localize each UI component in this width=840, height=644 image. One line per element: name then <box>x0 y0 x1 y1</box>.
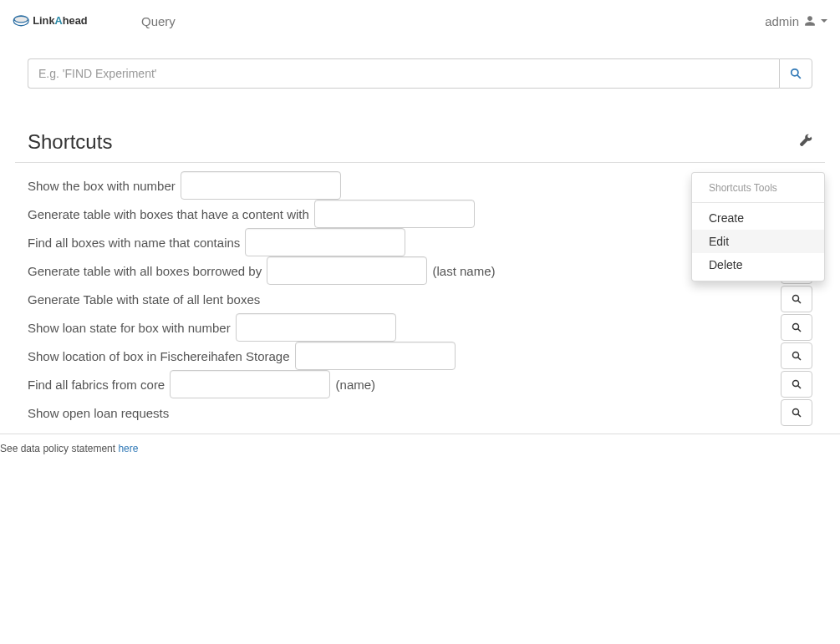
shortcut-row: Generate Table with state of all lent bo… <box>28 285 812 313</box>
svg-line-14 <box>798 386 802 389</box>
search-icon <box>790 68 802 79</box>
shortcut-run-button[interactable] <box>781 399 812 426</box>
wrench-icon <box>799 134 812 147</box>
search-input[interactable] <box>28 58 779 89</box>
svg-point-11 <box>793 352 799 358</box>
shortcut-run-button[interactable] <box>781 371 812 398</box>
shortcut-input[interactable] <box>170 370 330 398</box>
tools-menu-header: Shortcuts Tools <box>692 177 824 199</box>
shortcut-label: Show loan state for box with number <box>28 321 234 335</box>
tools-menu-item-delete[interactable]: Delete <box>692 253 824 276</box>
footer-text: See data policy statement <box>0 443 118 454</box>
shortcut-label: Find all fabrics from core <box>28 378 168 392</box>
shortcuts-title: Shortcuts <box>28 130 799 154</box>
svg-point-7 <box>793 296 799 302</box>
shortcut-run-button[interactable] <box>781 342 812 369</box>
shortcut-row: Find all fabrics from core (name) <box>28 370 812 398</box>
menu-divider <box>692 202 824 203</box>
logo-svg: LinkAhead <box>13 11 109 31</box>
search-icon <box>792 379 802 389</box>
footer-policy-link[interactable]: here <box>118 443 138 454</box>
shortcut-input[interactable] <box>295 342 456 370</box>
nav-query-link[interactable]: Query <box>129 6 188 37</box>
shortcuts-tools-button[interactable] <box>799 134 812 150</box>
logo[interactable]: LinkAhead <box>13 11 109 31</box>
searchbar <box>28 58 812 89</box>
svg-point-13 <box>793 381 799 387</box>
search-icon <box>792 322 802 332</box>
shortcut-run-button[interactable] <box>781 314 812 341</box>
shortcuts-section: Shortcuts Show the box with number Gener… <box>0 89 840 427</box>
shortcuts-header: Shortcuts <box>15 130 825 163</box>
shortcut-label: Generate table with boxes that have a co… <box>28 207 313 221</box>
shortcut-row: Show location of box in Fischereihafen S… <box>28 342 812 370</box>
svg-line-10 <box>798 329 802 332</box>
caret-down-icon <box>821 19 827 23</box>
shortcuts-tools-menu: Shortcuts Tools CreateEditDelete <box>691 172 825 281</box>
search-icon <box>792 351 802 361</box>
svg-point-9 <box>793 324 799 330</box>
shortcut-label: Show location of box in Fischereihafen S… <box>28 349 293 363</box>
svg-point-1 <box>14 16 28 23</box>
shortcut-label: Generate table with all boxes borrowed b… <box>28 264 265 278</box>
shortcut-row: Show loan state for box with number <box>28 313 812 342</box>
shortcut-label-suffix: (name) <box>332 378 375 392</box>
tools-menu-item-create[interactable]: Create <box>692 206 824 230</box>
shortcut-label-suffix: (last name) <box>429 264 495 278</box>
shortcut-input[interactable] <box>314 200 475 228</box>
svg-line-4 <box>797 75 801 79</box>
svg-point-3 <box>792 69 798 76</box>
user-icon <box>804 15 816 27</box>
user-menu[interactable]: admin <box>765 14 827 28</box>
shortcut-input[interactable] <box>245 228 405 256</box>
shortcut-label: Show the box with number <box>28 179 179 193</box>
search-button[interactable] <box>779 58 812 89</box>
svg-line-8 <box>798 301 802 304</box>
svg-text:LinkAhead: LinkAhead <box>33 14 87 27</box>
footer: See data policy statement here <box>0 434 840 463</box>
svg-line-16 <box>798 414 802 418</box>
shortcut-input[interactable] <box>236 313 396 342</box>
svg-line-12 <box>798 357 802 361</box>
user-name-label: admin <box>765 14 799 28</box>
shortcut-input[interactable] <box>267 256 427 285</box>
shortcut-input[interactable] <box>181 171 341 200</box>
search-icon <box>792 294 802 304</box>
shortcut-label: Find all boxes with name that contains <box>28 236 243 250</box>
search-row <box>0 42 840 89</box>
svg-point-15 <box>793 409 799 415</box>
shortcut-label: Generate Table with state of all lent bo… <box>28 292 260 307</box>
shortcut-row: Show open loan requests <box>28 398 812 427</box>
shortcut-label: Show open loan requests <box>28 406 169 420</box>
shortcut-run-button[interactable] <box>781 286 812 312</box>
navbar: LinkAhead Query admin <box>0 0 840 42</box>
tools-menu-item-edit[interactable]: Edit <box>692 230 824 253</box>
search-icon <box>792 408 802 418</box>
